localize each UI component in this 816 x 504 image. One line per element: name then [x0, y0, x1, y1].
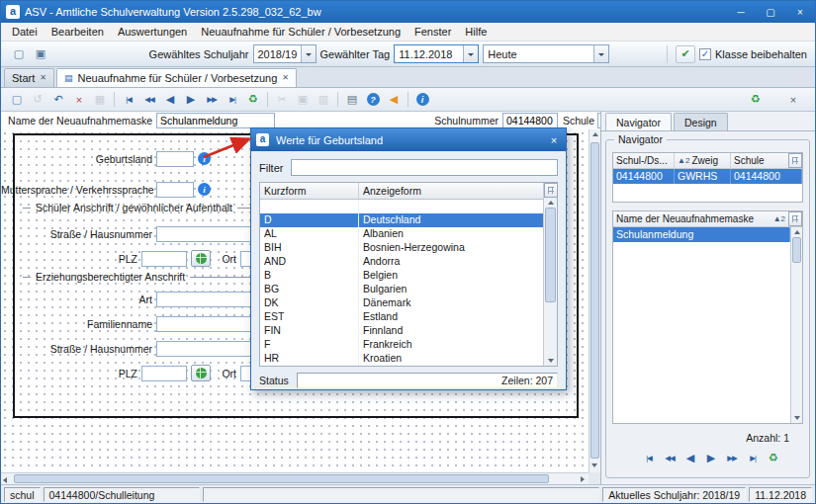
day-mode-select[interactable]: Heute	[483, 44, 609, 63]
print-icon[interactable]: ▤	[342, 91, 362, 109]
school-number-input[interactable]	[502, 113, 558, 128]
birth-country-input[interactable]	[156, 151, 194, 167]
nav-refresh-icon[interactable]: ♻	[764, 449, 783, 466]
menu-item[interactable]: Datei	[5, 23, 45, 41]
school-label: Schule	[561, 113, 594, 128]
guardian-plz-lookup-button[interactable]	[191, 365, 211, 381]
country-row[interactable]: DKDänemark	[260, 296, 543, 310]
country-row[interactable]: ALAlbanien	[260, 227, 543, 241]
scroll-up-icon[interactable]	[794, 230, 800, 234]
guardian-plz-input[interactable]	[141, 366, 187, 381]
nav-last-icon[interactable]: ▶|	[743, 449, 763, 466]
mother-tongue-input[interactable]	[156, 182, 194, 198]
minimize-button[interactable]: ─	[726, 1, 756, 23]
country-row[interactable]: ANDAndorra	[260, 255, 543, 269]
prev-record-icon[interactable]: ◀	[160, 91, 180, 109]
form-horizontal-scrollbar[interactable]	[1, 472, 589, 484]
grid-config-button[interactable]	[788, 153, 802, 168]
delete-record-icon[interactable]: ×	[69, 91, 89, 109]
country-row[interactable]: DDeutschland	[260, 213, 543, 227]
dialog-scroll-thumb[interactable]	[545, 208, 556, 302]
column-header-maskname[interactable]: Name der Neuaufnahmemaske ▲2	[613, 211, 788, 226]
menu-item[interactable]: Hilfe	[458, 23, 494, 41]
copy-icon: ▣	[293, 91, 313, 109]
refresh-records-icon[interactable]: ♻	[243, 91, 263, 109]
menu-item[interactable]: Bearbeiten	[45, 23, 111, 41]
column-header-school-ds[interactable]: Schul-/Ds...	[613, 153, 675, 168]
mask-row[interactable]: Schulanmeldung	[613, 227, 790, 242]
country-row[interactable]: BBelgien	[260, 269, 543, 283]
next-record-icon[interactable]: ▶	[181, 91, 201, 109]
school-row[interactable]: 04144800 GWRHS 04144800	[613, 169, 802, 184]
plz-input[interactable]	[141, 251, 187, 267]
last-record-icon[interactable]: ▶|	[223, 91, 242, 109]
announce-icon[interactable]: ◀	[384, 91, 404, 109]
country-row[interactable]: BIHBosnien-Herzegowina	[260, 241, 543, 255]
nav-fast-next-icon[interactable]: ▶▶	[722, 449, 742, 466]
undo-icon[interactable]: ↶	[48, 91, 68, 109]
day-select[interactable]: 11.12.2018	[394, 44, 479, 63]
scroll-down-icon[interactable]	[794, 416, 800, 420]
scroll-down-icon[interactable]	[591, 463, 597, 467]
dialog-close-icon[interactable]: ×	[542, 134, 566, 146]
new-record-icon[interactable]: ▢	[7, 91, 27, 109]
form-document-icon: ▤	[64, 73, 73, 83]
column-header-anzeigeform[interactable]: Anzeigeform	[359, 183, 543, 199]
menu-item[interactable]: Neuaufnahme für Schüler / Vorbesetzung	[194, 23, 408, 41]
tab-close-icon[interactable]: ✕	[40, 74, 46, 82]
confirm-icon[interactable]: ✔	[676, 45, 695, 63]
column-header-kurzform[interactable]: Kurzform	[260, 183, 359, 199]
grid-config-button[interactable]	[544, 183, 558, 198]
plz-lookup-button[interactable]	[191, 250, 211, 267]
country-row[interactable]: FFrankreich	[260, 338, 543, 352]
column-header-zweig[interactable]: ▲2 Zweig	[675, 153, 731, 168]
grid-config-button[interactable]	[788, 211, 802, 226]
country-row[interactable]: BGBulgarien	[260, 283, 543, 296]
country-row[interactable]	[260, 200, 543, 213]
help-icon[interactable]: ?	[363, 91, 383, 109]
window-list-icon[interactable]: ▣	[31, 45, 50, 63]
filter-input[interactable]	[291, 159, 558, 176]
menu-item[interactable]: Auswertungen	[111, 23, 194, 41]
country-row[interactable]: HRKroatien	[260, 352, 543, 366]
scroll-right-icon[interactable]	[581, 476, 585, 482]
form-vertical-scrollbar[interactable]	[589, 129, 600, 472]
tab-start[interactable]: Start ✕	[4, 68, 54, 87]
fast-prev-record-icon[interactable]: ◀◀	[139, 91, 159, 109]
scroll-up-icon[interactable]	[548, 201, 554, 205]
nav-prev-icon[interactable]: ◀	[680, 449, 700, 466]
maximize-button[interactable]: ▢	[756, 1, 785, 23]
chevron-down-icon[interactable]	[593, 45, 608, 62]
scroll-left-icon[interactable]	[3, 477, 7, 483]
chevron-down-icon[interactable]	[301, 45, 316, 62]
first-record-icon[interactable]: |◀	[119, 91, 138, 109]
switch-window-icon[interactable]: ▢	[9, 45, 29, 63]
fast-next-record-icon[interactable]: ▶▶	[202, 91, 222, 109]
country-row[interactable]: ESTEstland	[260, 310, 543, 324]
tab-neuaufnahme[interactable]: ▤ Neuaufnahme für Schüler / Vorbesetzung…	[56, 68, 297, 87]
column-header-schule[interactable]: Schule	[731, 153, 788, 168]
refresh-view-icon[interactable]: ♻	[746, 91, 766, 109]
info-icon[interactable]: i	[412, 91, 432, 109]
mother-tongue-info-icon[interactable]: i	[198, 183, 211, 196]
close-view-icon[interactable]: ×	[783, 91, 803, 109]
tab-navigator[interactable]: Navigator	[605, 113, 672, 130]
nav-next-icon[interactable]: ▶	[701, 449, 721, 466]
nav-fast-prev-icon[interactable]: ◀◀	[660, 449, 680, 466]
keep-class-checkbox[interactable]	[699, 48, 711, 60]
school-year-select[interactable]: 2018/19	[253, 44, 317, 63]
country-table-rows: DDeutschlandALAlbanienBIHBosnien-Herzego…	[260, 200, 543, 366]
chevron-down-icon[interactable]	[463, 45, 478, 62]
country-row[interactable]: FINFinnland	[260, 324, 543, 338]
tab-design[interactable]: Design	[674, 113, 728, 130]
nav-first-icon[interactable]: |◀	[639, 449, 659, 466]
close-button[interactable]: ×	[785, 1, 815, 23]
menu-item[interactable]: Fenster	[408, 23, 458, 41]
birth-country-label: Geburtsland	[1, 151, 152, 167]
tab-close-icon[interactable]: ✕	[282, 74, 289, 82]
street-label: Straße / Hausnummer	[1, 226, 152, 242]
scroll-up-icon[interactable]	[592, 132, 598, 136]
mask-grid-scrollbar[interactable]	[790, 227, 802, 423]
scroll-down-icon[interactable]	[548, 359, 554, 363]
art-input[interactable]	[156, 292, 255, 307]
